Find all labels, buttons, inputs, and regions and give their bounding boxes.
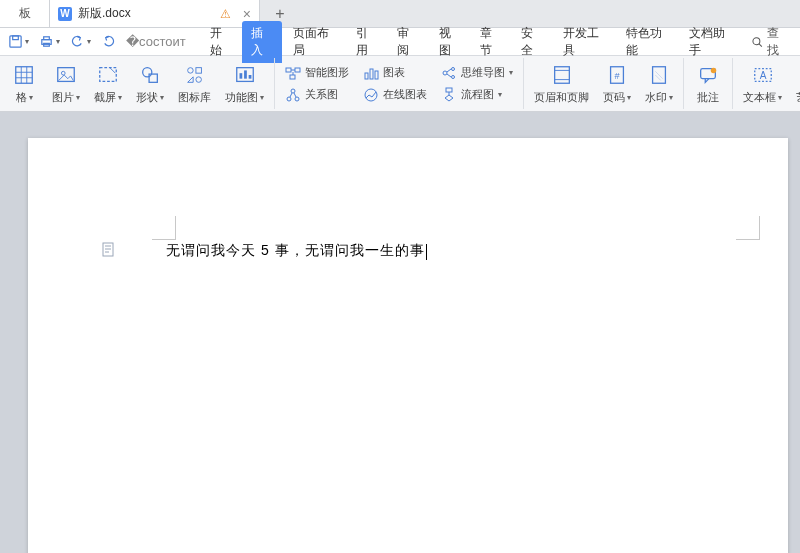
text-cursor <box>426 244 427 260</box>
menu-tab-section[interactable]: 章节 <box>471 21 510 63</box>
search-label: 查找 <box>767 25 788 59</box>
ribbon-relationship-button[interactable]: 关系图 <box>281 85 353 105</box>
svg-point-36 <box>452 75 455 78</box>
ribbon-wordart-button[interactable]: A 艺术字▾ <box>792 60 800 107</box>
save-button[interactable]: ▾ <box>4 32 33 51</box>
ribbon-mindmap-button[interactable]: 思维导图▾ <box>437 63 517 83</box>
svg-rect-38 <box>554 67 569 84</box>
chart-icon <box>363 65 379 81</box>
document-title: 新版.docx <box>78 5 214 22</box>
ribbon: 格▾ 图片▾ 截屏▾ 形状▾ 图标库 功能图▾ 智能图形 <box>0 56 800 112</box>
shapes-icon <box>137 62 163 88</box>
svg-rect-14 <box>100 68 117 82</box>
document-text[interactable]: 无谓问我今天 5 事，无谓问我一生的事 <box>166 242 427 260</box>
chevron-down-icon: ▾ <box>56 37 60 46</box>
ribbon-headerfooter-button[interactable]: 页眉和页脚 <box>530 60 593 107</box>
margin-mark-icon <box>736 216 760 240</box>
ribbon-flowchart-button[interactable]: 流程图▾ <box>437 85 517 105</box>
ribbon-label: 在线图表 <box>383 87 427 102</box>
funcdiagram-icon <box>232 62 258 88</box>
redo-button[interactable] <box>97 32 120 51</box>
ribbon-label: 格 <box>16 90 27 105</box>
ribbon-pagenumber-button[interactable]: # 页码▾ <box>599 60 635 107</box>
flowchart-icon <box>441 87 457 103</box>
undo-button[interactable]: ▾ <box>66 32 95 51</box>
ribbon-shapes-button[interactable]: 形状▾ <box>132 60 168 107</box>
mindmap-icon <box>441 65 457 81</box>
search-icon <box>751 35 763 49</box>
menu-tab-pagelayout[interactable]: 页面布局 <box>284 21 345 63</box>
ribbon-group-illustrations: 格▾ 图片▾ 截屏▾ 形状▾ 图标库 功能图▾ <box>0 58 275 109</box>
relationship-icon <box>285 87 301 103</box>
ribbon-watermark-button[interactable]: 水印▾ <box>641 60 677 107</box>
menu-tab-start[interactable]: 开始 <box>201 21 240 63</box>
print-button[interactable]: ▾ <box>35 32 64 51</box>
menu-tab-review[interactable]: 审阅 <box>388 21 427 63</box>
tab-close-button[interactable]: × <box>243 6 251 22</box>
ribbon-group-comments: 批注 <box>684 58 733 109</box>
ribbon-textbox-button[interactable]: A 文本框▾ <box>739 60 786 107</box>
search-button[interactable]: 查找 <box>743 23 797 61</box>
ribbon-label: 关系图 <box>305 87 338 102</box>
paragraph-handle-icon[interactable] <box>102 242 116 258</box>
iconlib-icon <box>182 62 208 88</box>
ribbon-picture-button[interactable]: 图片▾ <box>48 60 84 107</box>
menu-tab-insert[interactable]: 插入 <box>242 21 281 63</box>
ribbon-group-diagrams: 智能图形 关系图 图表 在线图表 思维导图▾ 流程 <box>275 58 524 109</box>
tab-first[interactable]: 板 <box>0 0 50 27</box>
ribbon-table-button[interactable]: 格▾ <box>6 60 42 107</box>
chevron-down-icon: ▾ <box>25 37 29 46</box>
menu-row: ▾ ▾ ▾ �состоит 开始 插入 页面布局 引用 审阅 视图 章节 安全… <box>0 28 800 56</box>
svg-rect-21 <box>239 73 242 79</box>
svg-point-34 <box>443 71 447 75</box>
ribbon-label: 截屏 <box>94 90 116 105</box>
svg-point-29 <box>295 97 299 101</box>
warning-icon: ⚠ <box>220 7 231 21</box>
ribbon-label: 图表 <box>383 65 405 80</box>
svg-point-15 <box>143 68 152 77</box>
svg-rect-0 <box>10 36 21 47</box>
svg-rect-3 <box>44 37 50 40</box>
svg-text:#: # <box>614 71 620 81</box>
comment-icon <box>695 62 721 88</box>
pagenumber-icon: # <box>604 62 630 88</box>
textbox-icon: A <box>750 62 776 88</box>
ribbon-chart-button[interactable]: 图表 <box>359 63 431 83</box>
menu-tab-special[interactable]: 特色功能 <box>617 21 678 63</box>
menu-tab-view[interactable]: 视图 <box>430 21 469 63</box>
svg-rect-26 <box>290 75 295 79</box>
page[interactable]: 无谓问我今天 5 事，无谓问我一生的事 <box>28 138 788 553</box>
svg-point-5 <box>752 37 759 44</box>
svg-rect-23 <box>248 75 251 79</box>
svg-line-6 <box>759 43 762 46</box>
menu-tab-dochelp[interactable]: 文档助手 <box>680 21 741 63</box>
svg-rect-32 <box>375 71 378 79</box>
ribbon-label: 功能图 <box>225 90 258 105</box>
ribbon-smartart-button[interactable]: 智能图形 <box>281 63 353 83</box>
ribbon-label: 艺术字 <box>796 90 800 105</box>
menu-tab-references[interactable]: 引用 <box>347 21 386 63</box>
watermark-icon <box>646 62 672 88</box>
document-area: 无谓问我今天 5 事，无谓问我一生的事 <box>0 112 800 553</box>
ribbon-label: 批注 <box>697 90 719 105</box>
svg-rect-1 <box>13 36 19 40</box>
ribbon-comment-button[interactable]: 批注 <box>690 60 726 107</box>
word-file-icon: W <box>58 7 72 21</box>
ribbon-label: 页码 <box>603 90 625 105</box>
onlinechart-icon <box>363 87 379 103</box>
svg-rect-24 <box>286 68 291 72</box>
svg-rect-18 <box>195 68 201 74</box>
svg-point-13 <box>61 71 65 75</box>
ribbon-onlinechart-button[interactable]: 在线图表 <box>359 85 431 105</box>
ribbon-screenshot-button[interactable]: 截屏▾ <box>90 60 126 107</box>
headerfooter-icon <box>549 62 575 88</box>
svg-rect-25 <box>295 68 300 72</box>
ribbon-iconlib-button[interactable]: 图标库 <box>174 60 215 107</box>
ribbon-funcdiagram-button[interactable]: 功能图▾ <box>221 60 268 107</box>
menu-tab-security[interactable]: 安全 <box>512 21 551 63</box>
ribbon-label: 图标库 <box>178 90 211 105</box>
ribbon-label: 形状 <box>136 90 158 105</box>
customize-button[interactable]: �состоит <box>122 32 190 51</box>
ribbon-group-header: 页眉和页脚 # 页码▾ 水印▾ <box>524 58 684 109</box>
menu-tab-developer[interactable]: 开发工具 <box>554 21 615 63</box>
